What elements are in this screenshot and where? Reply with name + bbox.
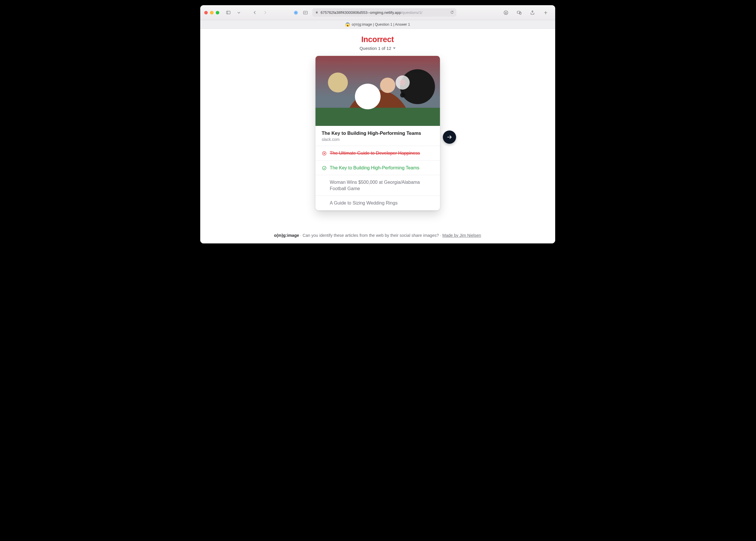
article-domain: slack.com [322,137,433,142]
tab-title: o(m)g:image | Question 1 | Answer 1 [352,22,410,27]
answer-option[interactable]: Woman Wins $500,000 at Georgia/Alabama F… [316,175,440,196]
answers-list: The Ultimate Guide to Developer Happines… [316,146,440,210]
window-controls [204,11,219,14]
result-heading: Incorrect [361,35,394,44]
svg-marker-13 [393,48,395,49]
svg-rect-0 [227,11,230,14]
browser-toolbar: 675762fa38ff43000806d553--omgimg.netlify… [200,5,555,20]
svg-rect-5 [304,11,308,14]
tab-group-menu[interactable] [235,9,243,17]
x-circle-icon [322,151,327,156]
window-close-button[interactable] [204,11,208,14]
answer-option-correct[interactable]: The Key to Building High-Performing Team… [316,161,440,176]
website-settings-icon[interactable] [293,10,299,15]
article-image [316,56,440,126]
footer-brand: o(m)g:image [274,233,299,238]
footer-credit-link[interactable]: Made by Jim Nielsen [442,233,481,238]
browser-window: 675762fa38ff43000806d553--omgimg.netlify… [200,5,555,244]
address-bar[interactable]: 675762fa38ff43000806d553--omgimg.netlify… [312,8,456,17]
window-zoom-button[interactable] [216,11,219,14]
article-title: The Key to Building High-Performing Team… [322,131,433,136]
answer-option-wrong[interactable]: The Ultimate Guide to Developer Happines… [316,146,440,161]
page-viewport: Incorrect Question 1 of 12 The Key to Bu… [200,29,555,244]
question-card: The Key to Building High-Performing Team… [316,56,440,210]
downloads-button[interactable] [502,9,510,17]
svg-point-4 [295,12,297,13]
tab-title-bar: 😱 o(m)g:image | Question 1 | Answer 1 [200,20,555,29]
forward-button[interactable] [261,9,270,17]
check-circle-icon [322,166,327,171]
question-counter-dropdown[interactable]: Question 1 of 12 [360,46,395,51]
new-tab-button[interactable] [542,9,550,17]
window-minimize-button[interactable] [210,11,214,14]
arrow-right-icon [446,134,452,140]
article-meta: The Key to Building High-Performing Team… [316,126,440,146]
address-url: 675762fa38ff43000806d553--omgimg.netlify… [321,10,422,15]
lock-icon [315,10,319,15]
page-footer: o(m)g:image · Can you identify these art… [200,233,555,238]
reader-aa-button[interactable] [301,9,310,17]
next-question-button[interactable] [443,131,456,144]
responsive-design-button[interactable] [515,9,523,17]
chevron-down-icon [393,47,395,50]
footer-tagline: · Can you identify these articles from t… [299,233,442,238]
answer-option[interactable]: A Guide to Sizing Wedding Rings [316,196,440,210]
sidebar-toggle-button[interactable] [225,9,233,17]
tab-favicon: 😱 [345,22,350,27]
share-button[interactable] [528,9,536,17]
back-button[interactable] [251,9,259,17]
svg-point-17 [323,166,326,170]
reload-button[interactable] [450,10,454,15]
